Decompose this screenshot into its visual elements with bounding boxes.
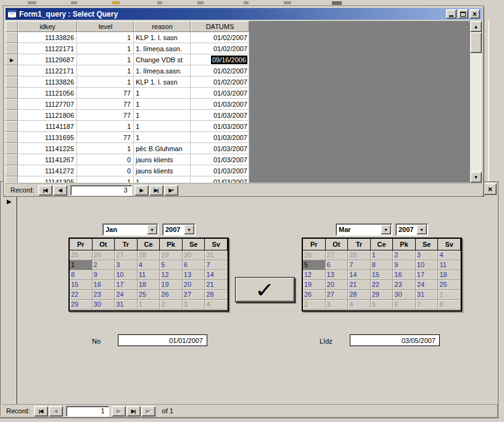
record-number-input[interactable]: 3 (70, 185, 132, 196)
calendar-day[interactable]: 17 (416, 270, 439, 280)
cell-idkey[interactable]: 11121056 (18, 88, 77, 99)
calendar-day[interactable]: 4 (138, 260, 160, 270)
calendar-day[interactable]: 29 (371, 290, 394, 300)
calendar-day[interactable]: 10 (115, 270, 138, 280)
calendar-day[interactable]: 11 (438, 260, 461, 270)
cell-datums[interactable]: 01/03/2007 (191, 88, 249, 99)
calendar-day[interactable]: 28 (138, 250, 160, 260)
calendar-day[interactable]: 6 (326, 260, 349, 270)
calendar-day[interactable]: 3 (416, 250, 439, 260)
calendar-day[interactable]: 18 (138, 280, 160, 290)
calendar-day[interactable]: 16 (393, 270, 416, 280)
calendar-day[interactable]: 29 (160, 250, 183, 260)
cell-reason[interactable]: KLP 1. l. sasn (134, 77, 191, 88)
cell-idkey[interactable]: 11121806 (18, 110, 77, 121)
cell-idkey[interactable]: 11133826 (18, 32, 77, 43)
cell-level[interactable]: 1 (77, 176, 134, 183)
cell-level[interactable]: 1 (77, 65, 134, 77)
calendar-day[interactable]: 14 (348, 270, 371, 280)
left-year-select[interactable]: 2007 ▼ (162, 223, 196, 236)
next-record-button[interactable]: ▶ (112, 406, 126, 416)
row-selector[interactable] (6, 176, 18, 183)
column-header-idkey[interactable]: idkey (18, 21, 77, 32)
calendar-day[interactable]: 24 (416, 280, 439, 290)
cell-idkey[interactable]: 11133826 (18, 77, 77, 88)
record-number-input[interactable]: 1 (66, 406, 109, 416)
cell-idkey[interactable]: 11141272 (18, 165, 77, 176)
scroll-down-icon[interactable]: ▼ (470, 172, 482, 183)
calendar-day[interactable]: 9 (393, 260, 416, 270)
cell-level[interactable]: 1 (77, 54, 134, 65)
cell-reason[interactable]: 1. līmeņa.sasn. (134, 65, 191, 77)
cell-datums[interactable]: 01/02/2007 (191, 77, 249, 88)
cell-level[interactable]: 1 (77, 121, 134, 132)
form-record-selector[interactable]: ▶ (4, 196, 17, 404)
calendar-day[interactable]: 30 (93, 300, 115, 310)
calendar-day[interactable]: 5 (303, 260, 326, 270)
to-date-input[interactable]: 03/05/2007 (350, 334, 440, 346)
calendar-day[interactable]: 28 (205, 290, 228, 300)
cell-idkey[interactable]: 11122171 (18, 65, 77, 77)
previous-record-button[interactable]: ◀ (49, 406, 63, 416)
calendar-day[interactable]: 23 (393, 280, 416, 290)
cell-level[interactable]: 1 (77, 32, 134, 43)
row-selector[interactable]: ▶ (6, 54, 18, 65)
calendar-day[interactable]: 4 (438, 250, 461, 260)
new-record-button[interactable]: ▶* (141, 406, 155, 416)
calendar-day[interactable]: 15 (371, 270, 394, 280)
column-header-level[interactable]: level (77, 21, 134, 32)
last-record-button[interactable]: ▶| (149, 185, 163, 196)
calendar-day[interactable]: 4 (205, 300, 228, 310)
cell-idkey[interactable]: 11141267 (18, 154, 77, 165)
chevron-down-icon[interactable]: ▼ (381, 225, 391, 234)
calendar-day[interactable]: 3 (183, 300, 205, 310)
calendar-day[interactable]: 7 (348, 260, 371, 270)
confirm-button[interactable]: ✓ (235, 277, 295, 302)
calendar-day[interactable]: 18 (438, 270, 461, 280)
cell-reason[interactable]: 1 (134, 99, 191, 110)
calendar-day[interactable]: 8 (371, 260, 394, 270)
calendar-day[interactable]: 10 (416, 260, 439, 270)
calendar-day[interactable]: 29 (70, 300, 93, 310)
new-record-button[interactable]: ▶* (164, 185, 178, 196)
row-selector[interactable] (6, 88, 18, 99)
cell-reason[interactable]: 1 (134, 132, 191, 143)
row-selector[interactable] (6, 110, 18, 121)
cell-reason[interactable]: 1 (134, 121, 191, 132)
cell-reason[interactable]: KLP 1. l. sasn (134, 32, 191, 43)
right-year-select[interactable]: 2007 ▼ (395, 223, 428, 236)
calendar-day[interactable]: 6 (393, 300, 416, 310)
cell-datums[interactable]: 01/03/2007 (191, 154, 249, 165)
cell-level[interactable]: 77 (77, 110, 134, 121)
calendar-day[interactable]: 17 (115, 280, 138, 290)
cell-idkey[interactable]: 11129687 (18, 54, 77, 65)
cell-idkey[interactable]: 11141187 (18, 121, 77, 132)
calendar-day[interactable]: 24 (115, 290, 138, 300)
row-selector[interactable] (6, 165, 18, 176)
calendar-day[interactable]: 30 (183, 250, 205, 260)
cell-reason[interactable]: Change VDB st (134, 54, 191, 65)
maximize-button[interactable] (458, 9, 468, 19)
calendar-day[interactable]: 27 (326, 290, 349, 300)
close-button[interactable]: × (469, 9, 480, 19)
scroll-up-icon[interactable]: ▲ (470, 21, 482, 32)
query-window-titlebar[interactable]: Form1_query : Select Query × (6, 8, 482, 20)
row-selector[interactable] (6, 77, 18, 88)
cell-datums[interactable]: 01/02/2007 (191, 65, 249, 77)
from-date-input[interactable]: 01/01/2007 (118, 334, 207, 346)
calendar-day[interactable]: 2 (303, 300, 326, 310)
calendar-day[interactable]: 22 (70, 290, 93, 300)
calendar-day[interactable]: 26 (93, 250, 115, 260)
first-record-button[interactable]: |◀ (38, 185, 52, 196)
cell-reason[interactable]: 1 (134, 176, 191, 183)
calendar-day[interactable]: 31 (416, 290, 439, 300)
row-selector[interactable] (6, 154, 18, 165)
calendar-day[interactable]: 13 (326, 270, 349, 280)
chevron-down-icon[interactable]: ▼ (184, 225, 194, 234)
calendar-day[interactable]: 3 (326, 300, 349, 310)
column-header-reason[interactable]: reason (134, 21, 191, 32)
cell-level[interactable]: 0 (77, 154, 134, 165)
cell-level[interactable]: 77 (77, 99, 134, 110)
calendar-day[interactable]: 26 (303, 250, 326, 260)
cell-datums[interactable]: 09/16/2006 (191, 54, 249, 65)
